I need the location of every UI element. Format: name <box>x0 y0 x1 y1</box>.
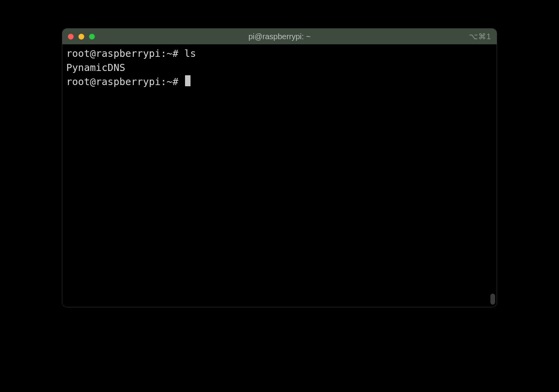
terminal-line: PynamicDNS <box>66 61 493 75</box>
titlebar-shortcut-hint: ⌥⌘1 <box>469 32 491 41</box>
terminal-line: root@raspberrypi:~# <box>66 75 493 89</box>
scrollbar-track[interactable] <box>489 44 496 307</box>
window-title: pi@raspberrypi: ~ <box>62 32 497 41</box>
output-text: PynamicDNS <box>66 62 125 73</box>
minimize-button[interactable] <box>78 34 84 40</box>
scrollbar-thumb[interactable] <box>490 294 495 305</box>
cursor-block-icon <box>185 75 191 86</box>
terminal-body[interactable]: root@raspberrypi:~# ls PynamicDNS root@r… <box>62 44 497 307</box>
terminal-line: root@raspberrypi:~# ls <box>66 47 493 61</box>
window-titlebar[interactable]: pi@raspberrypi: ~ ⌥⌘1 <box>62 29 497 44</box>
zoom-button[interactable] <box>89 34 95 40</box>
close-button[interactable] <box>68 34 74 40</box>
prompt-text: root@raspberrypi:~# <box>66 76 184 87</box>
terminal-window: pi@raspberrypi: ~ ⌥⌘1 root@raspberrypi:~… <box>62 29 497 307</box>
prompt-text: root@raspberrypi:~# ls <box>66 48 196 59</box>
traffic-lights <box>68 34 95 40</box>
